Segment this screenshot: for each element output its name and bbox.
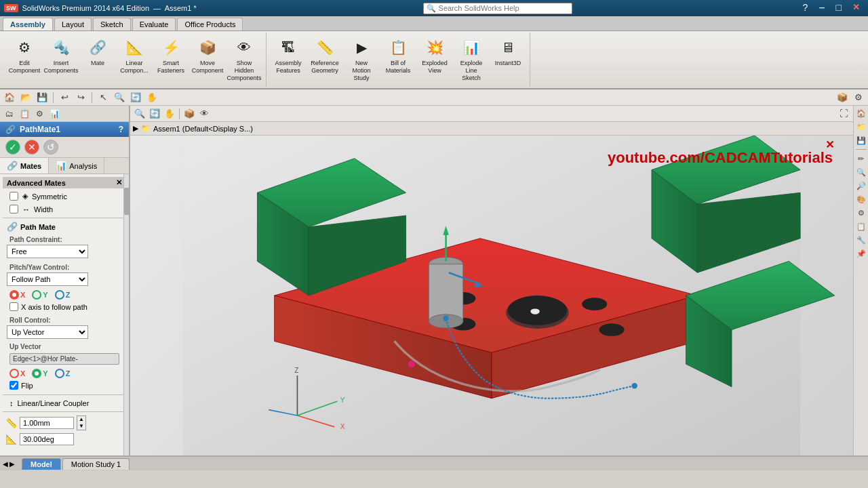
rt-folder-icon[interactable]: 📁 bbox=[855, 121, 867, 133]
angle-input[interactable] bbox=[20, 433, 74, 445]
y-radio[interactable] bbox=[32, 290, 41, 300]
display-style-icon[interactable]: 📦 bbox=[182, 107, 196, 121]
move-component-button[interactable]: 📦 Move Component bbox=[190, 34, 225, 85]
edit-component-button[interactable]: ⚙ Edit Component bbox=[7, 34, 42, 85]
smart-fasteners-button[interactable]: ⚡ Smart Fasteners bbox=[153, 34, 189, 85]
spin-down[interactable]: ▼ bbox=[77, 423, 85, 430]
linear-coupler-label: Linear/Linear Coupler bbox=[18, 399, 90, 407]
z-radio[interactable] bbox=[55, 290, 64, 300]
tab-analysis[interactable]: 📊 Analysis bbox=[49, 158, 104, 174]
hide-show-icon[interactable]: 👁 bbox=[197, 107, 211, 121]
rt-save-icon[interactable]: 💾 bbox=[855, 134, 867, 146]
distance-spinner[interactable]: ▲ ▼ bbox=[77, 415, 86, 430]
select-icon[interactable]: ↖ bbox=[96, 91, 110, 104]
maximize-button[interactable]: □ bbox=[832, 2, 846, 14]
zoom-to-fit-icon[interactable]: 🔍 bbox=[133, 107, 146, 121]
z-radio-2[interactable] bbox=[55, 369, 64, 378]
y-radio-2[interactable] bbox=[32, 369, 41, 378]
rt-home-icon[interactable]: 🏠 bbox=[855, 107, 867, 119]
redo-icon[interactable]: ↪ bbox=[74, 91, 87, 104]
exploded-view-button[interactable]: 💥 Exploded View bbox=[417, 34, 452, 85]
view-3d-icon[interactable]: 📦 bbox=[835, 91, 849, 104]
reset-button[interactable]: ↺ bbox=[43, 140, 58, 155]
rt-palette-icon[interactable]: 🎨 bbox=[855, 193, 867, 205]
linear-coupler-item[interactable]: ↕ Linear/Linear Coupler bbox=[3, 397, 126, 409]
path-constraint-select[interactable]: Free Distance Along Path Percent Along P… bbox=[7, 245, 88, 258]
x-radio-2[interactable] bbox=[9, 369, 19, 378]
scrollbar[interactable] bbox=[123, 174, 129, 455]
rt-tools-icon[interactable]: 🔧 bbox=[855, 234, 867, 246]
x-radio[interactable] bbox=[9, 290, 19, 300]
undo-icon[interactable]: ↩ bbox=[58, 91, 71, 104]
x-axis-checkbox[interactable] bbox=[9, 302, 18, 311]
distance-input[interactable] bbox=[20, 417, 74, 429]
pitch-yaw-select[interactable]: Follow Path Free Pitch-Yaw bbox=[7, 272, 88, 286]
mate-tabs: 🔗 Mates 📊 Analysis bbox=[0, 158, 129, 174]
rt-search-icon[interactable]: 🔍 bbox=[855, 166, 867, 178]
panel-help-icon[interactable]: ? bbox=[119, 125, 123, 134]
zoom-icon[interactable]: 🔍 bbox=[113, 91, 126, 104]
explode-line-sketch-button[interactable]: 📊 Explode Line Sketch bbox=[454, 34, 489, 85]
scrollbar-thumb[interactable] bbox=[124, 188, 129, 215]
tab-assembly[interactable]: Assembly bbox=[3, 18, 53, 30]
reference-geometry-button[interactable]: 📏 Reference Geometry bbox=[307, 34, 342, 85]
minimize-button[interactable]: − bbox=[814, 2, 829, 14]
prev-tab-icon[interactable]: ◀ bbox=[3, 460, 8, 468]
open-icon[interactable]: 📂 bbox=[19, 91, 33, 104]
symmetric-checkbox[interactable] bbox=[9, 192, 18, 201]
viewport[interactable]: youtube.com/CADCAMTutorials ✕ bbox=[130, 136, 853, 455]
search-input[interactable] bbox=[439, 4, 547, 12]
show-hidden-button[interactable]: 👁 Show Hidden Components bbox=[226, 34, 262, 85]
propertymanager-icon[interactable]: 📋 bbox=[18, 107, 31, 121]
rotate-icon[interactable]: 🔄 bbox=[129, 91, 142, 104]
confirm-button[interactable]: ✓ bbox=[5, 140, 20, 155]
dimetablemanager-icon[interactable]: 📊 bbox=[47, 107, 61, 121]
left-panel: 🗂 📋 ⚙ 📊 🔗 PathMate1 ? ✓ ✕ ↺ bbox=[0, 106, 130, 455]
width-item[interactable]: ↔ Width bbox=[3, 203, 126, 216]
bill-of-materials-button[interactable]: 📋 Bill of Materials bbox=[380, 34, 416, 85]
next-tab-icon[interactable]: ▶ bbox=[9, 460, 15, 468]
width-checkbox[interactable] bbox=[9, 205, 18, 214]
display-settings-icon[interactable]: ⚙ bbox=[852, 91, 865, 104]
rt-zoom-icon[interactable]: 🔎 bbox=[855, 180, 867, 192]
tab-sketch[interactable]: Sketch bbox=[93, 18, 131, 30]
roll-control-select[interactable]: Up Vector Free bbox=[7, 325, 88, 339]
tab-evaluate[interactable]: Evaluate bbox=[132, 18, 176, 30]
path-mate-section: 🔗 Path Mate Path Constraint: Free Distan… bbox=[3, 220, 126, 392]
symmetric-item[interactable]: ◈ Symmetric bbox=[3, 190, 126, 203]
viewport-close-button[interactable]: ✕ bbox=[825, 138, 834, 151]
spin-up[interactable]: ▲ bbox=[77, 416, 85, 423]
close-button[interactable]: ✕ bbox=[848, 2, 864, 14]
fullscreen-icon[interactable]: ⛶ bbox=[837, 107, 850, 121]
linear-component-button[interactable]: 📐 Linear Compon... bbox=[117, 34, 152, 85]
tab-motion-study-1[interactable]: Motion Study 1 bbox=[62, 458, 130, 470]
cancel-button[interactable]: ✕ bbox=[24, 140, 39, 155]
up-vector-value: Edge<1>@Hor Plate- bbox=[9, 353, 119, 365]
pan-view-icon[interactable]: ✋ bbox=[163, 107, 176, 121]
tab-office-products[interactable]: Office Products bbox=[177, 18, 243, 30]
pan-icon[interactable]: ✋ bbox=[145, 91, 159, 104]
rt-edit-icon[interactable]: ✏ bbox=[855, 152, 867, 165]
rt-settings-icon[interactable]: ⚙ bbox=[855, 207, 867, 219]
rt-pin-icon[interactable]: 📌 bbox=[855, 247, 867, 260]
assembly-features-button[interactable]: 🏗 Assembly Features bbox=[271, 34, 306, 85]
tab-model[interactable]: Model bbox=[22, 458, 61, 470]
rotate-view-icon[interactable]: 🔄 bbox=[148, 107, 161, 121]
save-icon[interactable]: 💾 bbox=[35, 91, 49, 104]
insert-components-button[interactable]: 🔩 Insert Components bbox=[43, 34, 79, 85]
motion-study-button[interactable]: ▶ New Motion Study bbox=[344, 34, 379, 85]
featuremanager-icon[interactable]: 🗂 bbox=[3, 107, 16, 121]
tab-mates[interactable]: 🔗 Mates bbox=[0, 158, 49, 174]
tab-layout[interactable]: Layout bbox=[54, 18, 92, 30]
rt-notes-icon[interactable]: 📋 bbox=[855, 220, 867, 232]
instant3d-button[interactable]: 🖥 Instant3D bbox=[490, 34, 526, 85]
search-dropdown-icon[interactable]: ▼ bbox=[550, 5, 557, 12]
configurationmanager-icon[interactable]: ⚙ bbox=[33, 107, 46, 121]
help-icon[interactable]: ? bbox=[798, 2, 812, 14]
advanced-mates-section[interactable]: Advanced Mates ✕ bbox=[3, 177, 126, 188]
mate-button[interactable]: 🔗 Mate bbox=[80, 34, 115, 85]
titlebar-search[interactable]: 🔍 ▼ bbox=[423, 3, 572, 14]
tree-expand-icon[interactable]: ▶ bbox=[133, 124, 138, 133]
home-icon[interactable]: 🏠 bbox=[3, 91, 16, 104]
flip-checkbox[interactable] bbox=[9, 381, 18, 390]
